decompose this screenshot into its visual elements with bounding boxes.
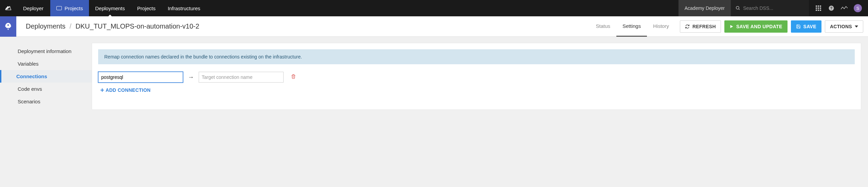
apps-grid-icon[interactable] (815, 5, 822, 12)
sidenav-item-scenarios[interactable]: Scenarios (0, 95, 92, 108)
plus-icon (100, 88, 104, 92)
svg-rect-7 (820, 7, 821, 9)
svg-rect-2 (816, 5, 817, 7)
source-connection-input[interactable] (98, 72, 183, 83)
sidenav-item-connections[interactable]: Connections (0, 70, 92, 83)
svg-rect-10 (820, 10, 821, 11)
svg-point-0 (736, 6, 739, 9)
svg-rect-5 (816, 7, 817, 9)
breadcrumb: Deployments / DKU_TUT_MLOPS-on-automatio… (16, 22, 209, 30)
save-button[interactable]: SAVE (791, 20, 821, 33)
caret-down-icon (855, 26, 858, 28)
svg-text:?: ? (830, 6, 832, 10)
svg-rect-4 (820, 5, 821, 7)
button-label: ACTIONS (830, 24, 852, 29)
connections-panel: Remap connection names declared in the b… (92, 43, 861, 110)
add-connection-button[interactable]: ADD CONNECTION (100, 87, 151, 93)
svg-rect-17 (101, 90, 104, 90)
tab-label: Projects (65, 5, 83, 11)
save-disk-icon (796, 24, 801, 29)
svg-rect-3 (818, 5, 819, 7)
sidenav-item-variables[interactable]: Variables (0, 57, 92, 70)
settings-sidenav: Deployment information Variables Connect… (0, 43, 92, 110)
global-search[interactable] (731, 0, 809, 16)
connection-mapping-row: → (98, 72, 855, 83)
breadcrumb-root[interactable]: Deployments (26, 22, 66, 30)
svg-marker-15 (855, 26, 858, 28)
arrow-right-icon: → (188, 74, 194, 81)
target-connection-input[interactable] (199, 72, 284, 83)
refresh-button[interactable]: REFRESH (680, 20, 721, 33)
delete-row-button[interactable] (291, 74, 296, 81)
tenant-label[interactable]: Academy Deployer (679, 0, 731, 16)
info-banner: Remap connection names declared in the b… (98, 49, 855, 64)
window-icon (56, 6, 62, 10)
project-rocket-icon[interactable] (0, 16, 16, 37)
help-icon[interactable]: ? (828, 5, 835, 12)
add-label: ADD CONNECTION (106, 87, 151, 93)
tab-label: Projects (137, 5, 156, 11)
app-name: Deployer (16, 5, 50, 11)
topbar-tab-infrastructures[interactable]: Infrastructures (162, 0, 206, 16)
top-navbar: Deployer Projects Deployments Projects I… (0, 0, 868, 16)
button-label: SAVE (803, 24, 816, 29)
play-icon (729, 24, 734, 29)
topbar-tab-projects-2[interactable]: Projects (131, 0, 162, 16)
sidenav-item-deployment-info[interactable]: Deployment information (0, 45, 92, 57)
svg-marker-14 (730, 25, 733, 28)
svg-rect-9 (818, 10, 819, 11)
activity-icon[interactable] (841, 5, 848, 12)
svg-line-1 (739, 9, 740, 10)
topbar-tab-projects[interactable]: Projects (50, 0, 89, 16)
refresh-icon (685, 24, 690, 29)
search-input[interactable] (743, 5, 804, 11)
bird-logo-icon[interactable] (0, 0, 16, 16)
actions-dropdown[interactable]: ACTIONS (825, 20, 863, 33)
breadcrumb-item: DKU_TUT_MLOPS-on-automation-v10-2 (75, 22, 199, 30)
tab-history[interactable]: History (647, 16, 675, 37)
svg-point-13 (7, 24, 9, 26)
tab-label: Infrastructures (168, 5, 200, 11)
save-and-update-button[interactable]: SAVE AND UPDATE (724, 20, 788, 33)
tab-label: Deployments (95, 5, 125, 11)
tab-settings[interactable]: Settings (616, 16, 647, 37)
search-icon (736, 5, 740, 11)
topbar-tab-deployments[interactable]: Deployments (89, 0, 131, 16)
tab-status[interactable]: Status (590, 16, 616, 37)
sidenav-item-code-envs[interactable]: Code envs (0, 83, 92, 95)
user-avatar[interactable]: S (854, 4, 862, 12)
button-label: REFRESH (692, 24, 716, 29)
svg-rect-6 (818, 7, 819, 9)
button-label: SAVE AND UPDATE (736, 24, 782, 29)
svg-rect-8 (816, 10, 817, 11)
trash-icon (291, 74, 296, 79)
breadcrumb-separator: / (70, 22, 72, 30)
page-header: Deployments / DKU_TUT_MLOPS-on-automatio… (0, 16, 868, 37)
